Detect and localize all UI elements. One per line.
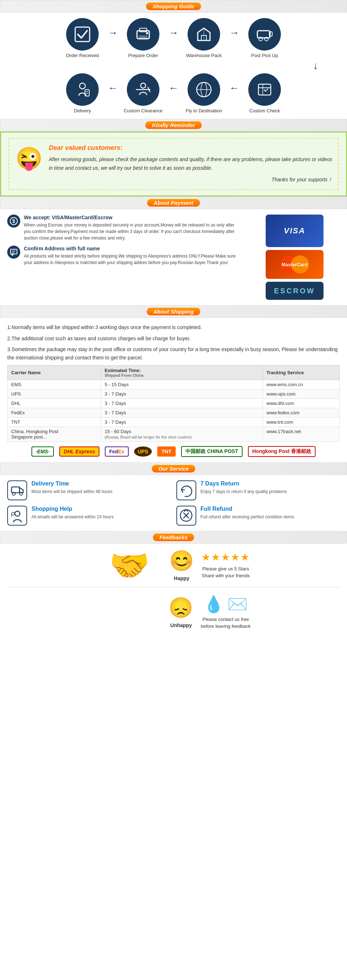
payment-address-section: Confirm Address with full name All produ… bbox=[7, 246, 242, 266]
logo-tnt: TNT bbox=[157, 447, 176, 457]
service-refund: Full Refund Full refund after receiving … bbox=[177, 506, 340, 526]
about-payment-title: About Payment bbox=[147, 199, 200, 207]
tracking-ups: www.ups.com bbox=[263, 389, 340, 398]
feedback-stars-group: ★★★★★ Please give us 5 StarsShare with y… bbox=[201, 551, 250, 579]
time-tnt: 3 - 7 Days bbox=[101, 417, 263, 426]
escrow-badge: ESCROW bbox=[266, 282, 323, 300]
happy-label: Happy bbox=[174, 576, 189, 581]
about-payment-content: $ We accept: VISA/MasterCard/Escrow When… bbox=[0, 209, 347, 305]
payment-visa-desc: When using Escrow, your money is deposit… bbox=[24, 222, 242, 241]
svg-rect-28 bbox=[11, 249, 17, 254]
svg-marker-32 bbox=[19, 488, 23, 493]
svg-point-4 bbox=[146, 32, 148, 34]
kindly-reminder-header: Kindly Reminder bbox=[0, 119, 347, 132]
service-delivery-text: Delivery Time Most items will be shipped… bbox=[32, 480, 112, 495]
svg-point-17 bbox=[141, 83, 146, 88]
visa-label: VISA bbox=[284, 226, 305, 235]
feedback-unhappy-group: 😞 Unhappy bbox=[169, 596, 193, 628]
service-grid: Delivery Time Most items will be shipped… bbox=[7, 480, 340, 526]
payment-chat-icon bbox=[7, 246, 20, 259]
payment-dollar-icon: $ bbox=[7, 215, 20, 228]
our-service-content: Delivery Time Most items will be shipped… bbox=[0, 475, 347, 531]
about-shipping-header: About Shipping bbox=[0, 305, 347, 318]
our-service-header: Our Service bbox=[0, 462, 347, 475]
shopping-guide-header: Shopping Guide bbox=[0, 0, 347, 13]
time-fedex: 3 - 7 Days bbox=[101, 408, 263, 417]
logo-dhl: DHL Express bbox=[59, 447, 99, 457]
feedbacks-content: 🤝 😊 Happy ★★★★★ Please give us 5 StarsSh… bbox=[0, 544, 347, 635]
time-ups: 3 - 7 Days bbox=[101, 389, 263, 398]
svg-rect-3 bbox=[139, 35, 148, 40]
feedback-happy-group: 😊 Happy bbox=[169, 549, 194, 581]
col-carrier: Carrier Name bbox=[8, 365, 101, 380]
section-shopping-guide: Shopping Guide Order Received → bbox=[0, 0, 347, 119]
escrow-label: ESCROW bbox=[274, 287, 315, 295]
guide-label-6: Custom Clearance bbox=[124, 108, 163, 113]
guide-icon-3 bbox=[188, 18, 220, 51]
guide-icon-8 bbox=[248, 73, 281, 106]
return-icon bbox=[177, 480, 196, 500]
feedbacks-header: Feedbacks bbox=[0, 531, 347, 544]
time-china: 15 - 60 Days(Russia, Brazil will be long… bbox=[101, 426, 263, 441]
col-tracking: Tracking Service bbox=[263, 365, 340, 380]
tracking-ems: www.ems.com.cn bbox=[263, 380, 340, 389]
mastercard-label: MasterCard bbox=[282, 262, 307, 267]
fb-text-2: Please contact us freebefore leaving fee… bbox=[201, 616, 250, 630]
about-shipping-content: 1.Normally items will be shipped within … bbox=[0, 318, 347, 462]
guide-label-5: Delivery bbox=[74, 108, 91, 113]
guide-step-5: Delivery bbox=[59, 73, 106, 113]
shipping-text-2: 2.The additional cost such as taxes and … bbox=[7, 334, 340, 342]
about-payment-header: About Payment bbox=[0, 197, 347, 209]
guide-step-4: Post Pick Up bbox=[241, 18, 288, 58]
carrier-china: China, Hongkong PostSingapore post... bbox=[8, 426, 101, 441]
guide-icon-5 bbox=[66, 73, 99, 106]
shipping-text-1: 1.Normally items will be shipped within … bbox=[7, 323, 340, 331]
payment-address-desc: All products will be tested strictly bef… bbox=[24, 253, 242, 266]
table-row: TNT 3 - 7 Days www.tnt.com bbox=[8, 417, 340, 426]
table-row: DHL 3 - 7 Days www.dhl.com bbox=[8, 398, 340, 408]
tracking-dhl: www.dhl.com bbox=[263, 398, 340, 408]
table-row: China, Hongkong PostSingapore post... 15… bbox=[8, 426, 340, 441]
arrow-left-3: ← bbox=[229, 82, 239, 94]
arrow-3: → bbox=[229, 27, 239, 39]
guide-icon-1 bbox=[66, 18, 99, 51]
service-delivery: Delivery Time Most items will be shipped… bbox=[7, 480, 171, 500]
payment-visa-text: We accept: VISA/MasterCard/Escrow When u… bbox=[24, 215, 242, 241]
refund-title: Full Refund bbox=[201, 506, 294, 512]
return-title: 7 Days Return bbox=[201, 480, 287, 487]
tracking-tnt: www.tnt.com bbox=[263, 417, 340, 426]
svg-text:$: $ bbox=[12, 218, 15, 224]
email-icon: ✉️ bbox=[228, 595, 248, 614]
section-about-shipping: About Shipping 1.Normally items will be … bbox=[0, 305, 347, 462]
kindly-reminder-inner: 😜 Dear valued customers: After receiving… bbox=[8, 138, 339, 190]
help-icon bbox=[7, 506, 27, 526]
refund-desc: Full refund after receiving perfect cond… bbox=[201, 514, 294, 520]
guide-row-2: Delivery ← Custom Clearance ← bbox=[7, 73, 340, 113]
arrow-left-2: ← bbox=[169, 82, 178, 94]
guide-row-1: Order Received → Prepare Order → bbox=[7, 18, 340, 58]
arrow-2: → bbox=[169, 27, 178, 39]
service-return-text: 7 Days Return Enjoy 7 days to return if … bbox=[201, 480, 287, 495]
service-return: 7 Days Return Enjoy 7 days to return if … bbox=[177, 480, 340, 500]
businessman-icon: 🤝 bbox=[109, 549, 150, 582]
guide-step-1: Order Received bbox=[59, 18, 106, 58]
payment-visa-section: $ We accept: VISA/MasterCard/Escrow When… bbox=[7, 215, 242, 241]
fb-text-1: Please give us 5 StarsShare with your fr… bbox=[202, 565, 250, 579]
shipping-text: 1.Normally items will be shipped within … bbox=[7, 323, 340, 361]
kindly-reminder-title: Kindly Reminder bbox=[145, 121, 201, 129]
arrow-left-1: ← bbox=[108, 82, 118, 94]
time-ems: 5 - 15 Days bbox=[101, 380, 263, 389]
guide-label-4: Post Pick Up bbox=[251, 53, 278, 58]
reminder-heading: Dear valued customers: bbox=[49, 144, 333, 152]
guide-label-7: Fly to Destination bbox=[186, 108, 222, 113]
payment-address-text: Confirm Address with full name All produ… bbox=[24, 246, 242, 266]
return-desc: Enjoy 7 days to return if any quality pr… bbox=[201, 488, 287, 495]
svg-rect-31 bbox=[11, 487, 19, 493]
carrier-tnt: TNT bbox=[8, 417, 101, 426]
water-drop-icon: 💧 bbox=[204, 595, 224, 614]
help-title: Shopping Help bbox=[32, 506, 113, 512]
section-our-service: Our Service Delivery Time Most items wil… bbox=[0, 462, 347, 531]
logo-chinapost: 中国邮政 CHINA POST bbox=[181, 446, 242, 457]
feedback-row-2: 😞 Unhappy 💧 ✉️ Please contact us freebef… bbox=[7, 595, 340, 630]
payment-left: $ We accept: VISA/MasterCard/Escrow When… bbox=[7, 215, 242, 300]
